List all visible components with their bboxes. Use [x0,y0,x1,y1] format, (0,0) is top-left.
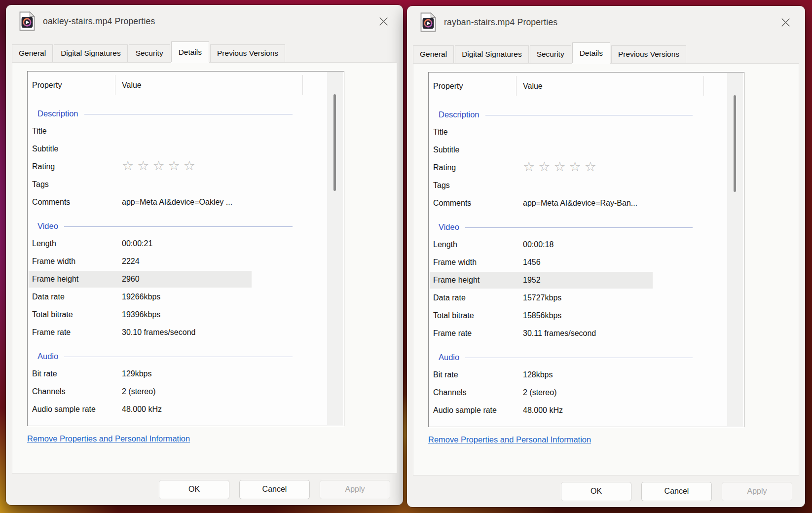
property-row-channels[interactable]: Channels2 (stereo) [28,383,323,401]
property-row-title[interactable]: Title [28,122,323,140]
media-file-icon [19,11,35,31]
property-row-frame-rate[interactable]: Frame rate30.10 frames/second [28,324,323,341]
property-value[interactable]: 2 (stereo) [115,387,155,396]
property-value[interactable]: 1952 [516,276,541,285]
property-label: Length [28,239,115,248]
property-label: Data rate [28,293,115,301]
column-header-value[interactable]: Value [516,82,543,91]
column-header-property[interactable]: Property [429,82,516,91]
property-row-length[interactable]: Length00:00:21 [28,235,323,253]
property-value[interactable]: 129kbps [115,369,152,378]
tab-panel: Property Value DescriptionTitleSubtitleR… [413,63,799,476]
property-value[interactable]: app=Meta AI&device=Ray-Ban... [516,199,637,208]
cancel-button[interactable]: Cancel [239,480,310,499]
titlebar[interactable]: oakley-stairs.mp4 Properties [6,5,403,37]
property-value[interactable]: 1456 [516,258,541,267]
property-row-rating[interactable]: Rating☆☆☆☆☆ [429,159,723,177]
column-divider[interactable] [115,75,115,95]
property-row-frame-height[interactable]: Frame height1952 [429,271,723,289]
tab-general[interactable]: General [413,45,454,63]
section-header-media: Media [28,422,323,426]
rating-stars-icon[interactable]: ☆☆☆☆☆ [115,158,199,173]
property-row-frame-width[interactable]: Frame width1456 [429,254,723,271]
tab-digital-signatures[interactable]: Digital Signatures [455,45,528,63]
tab-details[interactable]: Details [171,41,209,62]
property-value[interactable]: 48.000 kHz [115,405,162,414]
titlebar[interactable]: rayban-stairs.mp4 Properties [407,6,805,38]
tab-previous-versions[interactable]: Previous Versions [611,45,686,63]
property-row-bit-rate[interactable]: Bit rate129kbps [28,365,323,383]
ok-button[interactable]: OK [159,480,229,499]
scrollbar-track[interactable] [727,73,743,426]
property-row-data-rate[interactable]: Data rate19266kbps [28,288,323,306]
tab-general[interactable]: General [12,44,53,62]
ok-button[interactable]: OK [561,482,631,501]
tab-details[interactable]: Details [572,42,610,63]
scrollbar-track[interactable] [327,72,343,425]
property-row-tags[interactable]: Tags [28,176,323,193]
property-row-tags[interactable]: Tags [429,177,723,194]
remove-properties-link[interactable]: Remove Properties and Personal Informati… [428,435,591,444]
property-row-data-rate[interactable]: Data rate15727kbps [429,289,723,307]
property-value[interactable]: 00:00:21 [115,239,152,248]
property-value[interactable]: 128kbps [516,370,553,379]
property-row-channels[interactable]: Channels2 (stereo) [429,384,723,402]
property-row-comments[interactable]: Commentsapp=Meta AI&device=Ray-Ban... [429,194,723,212]
property-row-subtitle[interactable]: Subtitle [429,141,723,159]
section-label: Description [28,109,78,118]
property-row-total-bitrate[interactable]: Total bitrate19396kbps [28,306,323,324]
property-label: Rating [28,162,115,171]
property-rows: DescriptionTitleSubtitleRating☆☆☆☆☆TagsC… [28,105,344,426]
property-value[interactable]: 19396kbps [115,310,160,319]
property-value[interactable]: 2224 [115,257,140,266]
apply-button[interactable]: Apply [320,480,390,499]
property-label: Comments [28,198,115,207]
property-value[interactable]: app=Meta AI&device=Oakley ... [115,198,232,207]
property-row-comments[interactable]: Commentsapp=Meta AI&device=Oakley ... [28,193,323,211]
column-divider[interactable] [516,76,517,96]
scrollbar-thumb[interactable] [333,94,336,191]
property-row-length[interactable]: Length00:00:18 [429,236,723,254]
property-row-subtitle[interactable]: Subtitle [28,140,323,158]
apply-button[interactable]: Apply [722,482,792,501]
property-value[interactable]: 15727kbps [516,293,561,302]
property-label: Title [28,127,115,136]
property-row-frame-height[interactable]: Frame height2960 [28,270,323,288]
property-value[interactable]: 2 (stereo) [516,388,556,397]
property-value[interactable]: 19266kbps [115,293,160,301]
property-value[interactable]: 15856kbps [516,311,561,320]
rating-stars-icon[interactable]: ☆☆☆☆☆ [516,159,600,174]
close-icon[interactable] [375,13,391,29]
property-label: Audio sample rate [28,405,115,414]
property-value[interactable]: 00:00:18 [516,240,554,249]
property-row-rating[interactable]: Rating☆☆☆☆☆ [28,158,323,176]
tab-security[interactable]: Security [530,45,571,63]
cancel-button[interactable]: Cancel [641,482,712,501]
property-label: Subtitle [429,146,516,154]
section-rule [485,115,693,115]
property-value[interactable]: 2960 [115,275,140,284]
property-row-audio-sample-rate[interactable]: Audio sample rate48.000 kHz [429,402,723,419]
property-value[interactable]: 30.10 frames/second [115,328,195,337]
column-header-value[interactable]: Value [115,81,142,90]
column-divider[interactable] [703,76,704,96]
property-row-audio-sample-rate[interactable]: Audio sample rate48.000 kHz [28,401,323,418]
property-row-bit-rate[interactable]: Bit rate128kbps [429,366,723,384]
tab-security[interactable]: Security [129,44,170,62]
property-row-frame-rate[interactable]: Frame rate30.11 frames/second [429,325,723,342]
property-value[interactable]: 30.11 frames/second [516,329,596,338]
property-row-title[interactable]: Title [429,123,723,141]
property-value[interactable]: 48.000 kHz [516,406,563,415]
remove-properties-link[interactable]: Remove Properties and Personal Informati… [27,434,190,443]
tab-digital-signatures[interactable]: Digital Signatures [54,44,127,62]
section-rule [84,114,293,114]
column-divider[interactable] [302,75,303,95]
property-label: Bit rate [429,370,516,379]
dialog-title: oakley-stairs.mp4 Properties [43,16,375,27]
close-icon[interactable] [777,14,793,30]
column-header-property[interactable]: Property [28,81,115,90]
property-row-frame-width[interactable]: Frame width2224 [28,253,323,270]
tab-previous-versions[interactable]: Previous Versions [210,44,285,62]
scrollbar-thumb[interactable] [734,95,736,192]
property-row-total-bitrate[interactable]: Total bitrate15856kbps [429,307,723,325]
